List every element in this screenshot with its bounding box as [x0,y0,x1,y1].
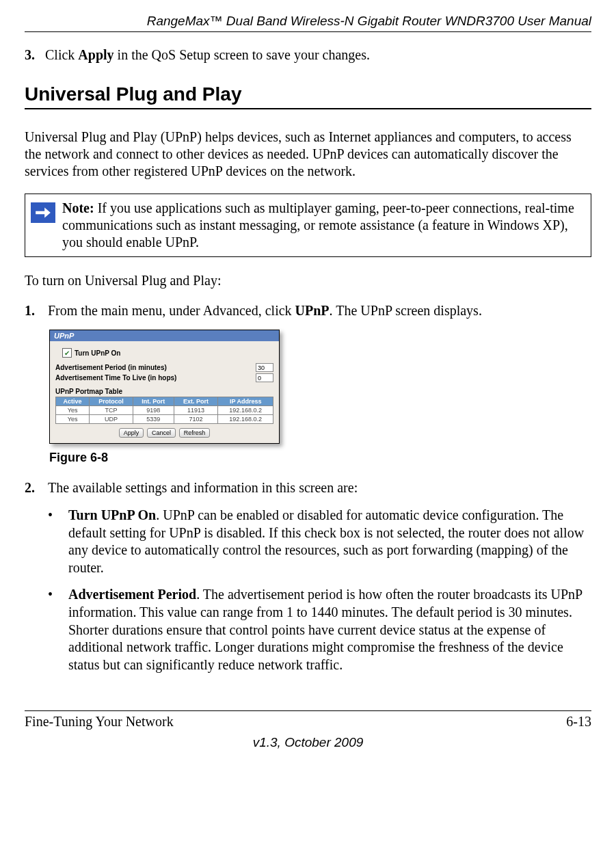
footer-left: Fine-Tuning Your Network [25,714,174,730]
note-text: Note: If you use applications such as mu… [62,200,584,251]
step-2-number: 2. [25,480,48,496]
apply-button[interactable]: Apply [119,428,144,438]
step-3-number: 3. [25,47,35,62]
th-active: Active [56,397,90,406]
step-3-bold: Apply [78,47,113,62]
section-rule [25,108,591,109]
step-2-text: The available settings and information i… [48,480,358,496]
step-3: 3. Click Apply in the QoS Setup screen t… [25,47,591,63]
note-box: Note: If you use applications such as mu… [25,194,591,257]
step-1-post: . The UPnP screen displays. [330,303,482,318]
turn-on-lead: To turn on Universal Plug and Play: [25,272,591,289]
turn-upnp-on-label: Turn UPnP On [75,349,120,357]
th-extport: Ext. Port [174,397,218,406]
bullet-2-bold: Advertisement Period [68,587,196,602]
note-arrow-icon [31,202,55,223]
footer-right: 6-13 [566,714,591,730]
bullet-adv-period: • Advertisement Period. The advertisemen… [48,586,591,674]
note-body: If you use applications such as multipla… [62,200,574,250]
footer-version: v1.3, October 2009 [0,735,616,762]
th-ip: IP Address [218,397,273,406]
bullet-dot-icon: • [48,586,68,674]
adv-period-label: Advertisement Period (in minutes) [55,364,256,371]
cancel-button[interactable]: Cancel [147,428,176,438]
section-heading-upnp: Universal Plug and Play [25,83,591,105]
doc-header-title: RangeMax™ Dual Band Wireless-N Gigabit R… [25,14,591,29]
portmap-table: Active Protocol Int. Port Ext. Port IP A… [55,397,273,424]
upnp-panel: UPnP ✔ Turn UPnP On Advertisement Period… [49,330,280,444]
note-label: Note: [62,200,94,215]
th-protocol: Protocol [90,397,133,406]
step-1: 1. From the main menu, under Advanced, c… [25,303,591,319]
portmap-title: UPnP Portmap Table [55,388,273,395]
upnp-panel-title: UPnP [50,330,279,341]
bullet-1-bold: Turn UPnP On [68,507,156,522]
th-intport: Int. Port [133,397,174,406]
step-1-bold: UPnP [295,303,330,318]
table-row: Yes UDP 5339 7102 192.168.0.2 [56,415,273,424]
step-1-pre: From the main menu, under Advanced, clic… [48,303,295,318]
bullet-dot-icon: • [48,507,68,576]
adv-ttl-input[interactable]: 0 [256,373,273,382]
step-3-text-post: in the QoS Setup screen to save your cha… [114,47,370,62]
header-rule [25,31,591,32]
figure-caption: Figure 6-8 [49,451,591,465]
adv-period-input[interactable]: 30 [256,363,273,372]
bullet-turn-upnp-on: • Turn UPnP On. UPnP can be enabled or d… [48,507,591,576]
refresh-button[interactable]: Refresh [179,428,211,438]
step-2: 2. The available settings and informatio… [25,480,591,496]
table-row: Yes TCP 9198 11913 192.168.0.2 [56,406,273,415]
step-1-number: 1. [25,303,48,319]
step-3-text-pre: Click [45,47,78,62]
adv-ttl-label: Advertisement Time To Live (in hops) [55,374,256,382]
intro-paragraph: Universal Plug and Play (UPnP) helps dev… [25,129,591,180]
turn-upnp-on-checkbox[interactable]: ✔ [62,348,72,358]
